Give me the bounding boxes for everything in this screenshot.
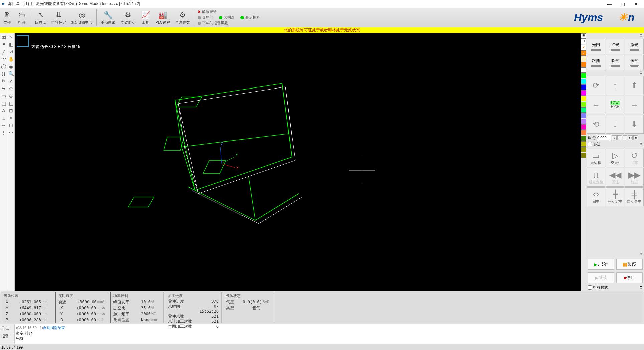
layer-check-icon[interactable]: ✓: [581, 45, 586, 50]
color-swatch[interactable]: [581, 96, 586, 101]
circle-tool-icon[interactable]: ◯: [0, 63, 7, 70]
focus-input[interactable]: [597, 135, 611, 140]
measure-tool-icon[interactable]: ⟂: [0, 114, 7, 122]
up-button[interactable]: ↑: [606, 76, 625, 95]
support-follow-button[interactable]: ⚙支架随动: [118, 8, 138, 27]
zoomin-tool-icon[interactable]: ⊕: [7, 85, 15, 92]
rotate-tool-icon[interactable]: ↻: [0, 77, 7, 85]
focus-go-button[interactable]: ▷: [612, 135, 617, 140]
color-swatch[interactable]: [581, 141, 586, 147]
size-icon[interactable]: ⊞: [581, 33, 586, 39]
nitrogen-button[interactable]: 氮气: [625, 55, 644, 70]
layer-check2-icon[interactable]: ✓: [581, 50, 586, 56]
fit-tool-icon[interactable]: ⤢: [7, 77, 15, 85]
ortho-tool-icon[interactable]: ⊞: [7, 107, 15, 114]
start-button[interactable]: ▶ 开始*: [588, 259, 614, 270]
minimize-button[interactable]: —: [603, 0, 616, 8]
laser-button[interactable]: 激光: [625, 39, 644, 54]
gear-icon[interactable]: ⚙: [639, 142, 643, 146]
plc-button[interactable]: 🏭PLC过程: [153, 8, 172, 27]
gear-icon[interactable]: ⚙: [639, 33, 643, 39]
frame-button[interactable]: ▭走边框: [587, 149, 605, 167]
dashrect-tool-icon[interactable]: ⬚: [0, 100, 7, 107]
dim-tool-icon[interactable]: ↔: [0, 122, 7, 129]
manual-center-button[interactable]: ┿手动定中: [606, 187, 625, 206]
gear-icon[interactable]: ⚙: [639, 252, 643, 257]
color-swatch[interactable]: [581, 136, 586, 141]
file-button[interactable]: 🗎文件: [0, 8, 15, 27]
rect-tool-icon[interactable]: ▭: [0, 92, 7, 100]
red-light-button[interactable]: 红光: [606, 39, 625, 54]
step-checkbox[interactable]: [588, 142, 592, 146]
align-tool-icon[interactable]: ≡: [0, 41, 7, 48]
dry-run-button[interactable]: ▷空走*: [606, 149, 625, 167]
toggle-icon[interactable]: H: [581, 39, 586, 44]
sample-mode-checkbox[interactable]: [588, 285, 592, 290]
misc-tool-icon[interactable]: ⋮: [0, 129, 7, 136]
log-tab[interactable]: 日志: [0, 324, 14, 332]
follow-button[interactable]: 跟随: [587, 55, 605, 70]
color-swatch[interactable]: [581, 67, 586, 73]
pan-tool-icon[interactable]: ✋: [7, 55, 15, 63]
snap-tool-icon[interactable]: ✦: [7, 114, 15, 122]
global-params-button[interactable]: ⚙全局参数: [173, 8, 193, 27]
gear-icon[interactable]: ⚙: [639, 71, 643, 76]
left-button[interactable]: ←: [587, 96, 605, 114]
origin-button[interactable]: ↖回原点: [32, 8, 49, 27]
focus-reset-button[interactable]: ⊙: [628, 135, 633, 140]
continue-button[interactable]: ▶ 继续: [588, 272, 614, 283]
color-swatch[interactable]: [581, 107, 586, 113]
speed-toggle-button[interactable]: LOWHIGH: [606, 96, 625, 114]
gear-icon[interactable]: ⚙: [639, 285, 643, 290]
color-swatch[interactable]: [581, 62, 586, 67]
tools-button[interactable]: 📈工具: [138, 8, 153, 27]
auto-center-button[interactable]: ╪自动寻中: [625, 187, 644, 206]
curve-tool-icon[interactable]: 〰: [0, 55, 7, 63]
color-swatch[interactable]: [581, 124, 586, 130]
more-tool-icon[interactable]: ⋯: [7, 129, 15, 136]
manual-debug-button[interactable]: 🔧手动调试: [98, 8, 118, 27]
stop-button[interactable]: ■ 停止: [616, 272, 643, 283]
color-swatch[interactable]: [581, 56, 586, 61]
color-swatch[interactable]: [581, 102, 586, 107]
line-tool-icon[interactable]: ╱: [0, 48, 7, 55]
breakpoint-button[interactable]: ⎍断点定位: [587, 168, 605, 187]
flip-tool-icon[interactable]: ⇋: [0, 85, 7, 92]
close-button[interactable]: ✕: [629, 0, 643, 8]
color-swatch[interactable]: [581, 79, 586, 84]
pause-button[interactable]: ▮▮ 暂停: [616, 259, 643, 270]
waste-door-option[interactable]: 废料门 照明灯 开启捡料: [198, 15, 260, 20]
focus-refresh-button[interactable]: ↻: [633, 135, 638, 140]
return-center-button[interactable]: ⇔回中: [587, 187, 605, 206]
color-swatch[interactable]: [581, 153, 586, 158]
cap-cal-button[interactable]: ⇊电容标定: [49, 8, 69, 27]
step-forward-button[interactable]: ▶▶前进: [625, 168, 644, 187]
shutter-button[interactable]: 光闸: [587, 39, 605, 54]
3d-viewport[interactable]: 方管 边长30 X R2 X 长度15 X: [15, 33, 581, 291]
view-tool-icon[interactable]: ◉: [7, 63, 15, 70]
3d-tool-icon[interactable]: ◫: [7, 100, 15, 107]
color-swatch[interactable]: [581, 84, 586, 90]
select-rect-tool-icon[interactable]: ◧: [7, 41, 15, 48]
color-swatch[interactable]: [581, 90, 586, 96]
color-swatch[interactable]: [581, 119, 586, 124]
step-back-button[interactable]: ◀◀回退: [606, 168, 625, 187]
return-zero-button[interactable]: ↺回零: [625, 149, 644, 167]
b-axis-button[interactable]: ◎标定B轴中心: [69, 8, 95, 27]
zoom-tool-icon[interactable]: 🔍: [7, 70, 15, 77]
color-swatch[interactable]: [581, 113, 586, 118]
grid-tool-icon[interactable]: ▦: [0, 33, 7, 41]
head-down-button[interactable]: ⬇: [625, 115, 644, 134]
maximize-button[interactable]: ▢: [616, 0, 629, 8]
rotate-ccw-button[interactable]: ⟲: [587, 115, 605, 134]
alarm-tab[interactable]: 报警: [0, 332, 14, 340]
grid2-tool-icon[interactable]: ⊡: [7, 122, 15, 129]
clear-alarm-option[interactable]: ✖解除警铃: [198, 9, 260, 14]
right-button[interactable]: →: [625, 96, 644, 114]
color-swatch[interactable]: [581, 130, 586, 135]
blow-button[interactable]: 吹气: [606, 55, 625, 70]
down-button[interactable]: ↓: [606, 115, 625, 134]
pointer-tool-icon[interactable]: ↖: [7, 33, 15, 41]
color-swatch[interactable]: [581, 147, 586, 152]
focus-plus-button[interactable]: +: [623, 135, 627, 140]
